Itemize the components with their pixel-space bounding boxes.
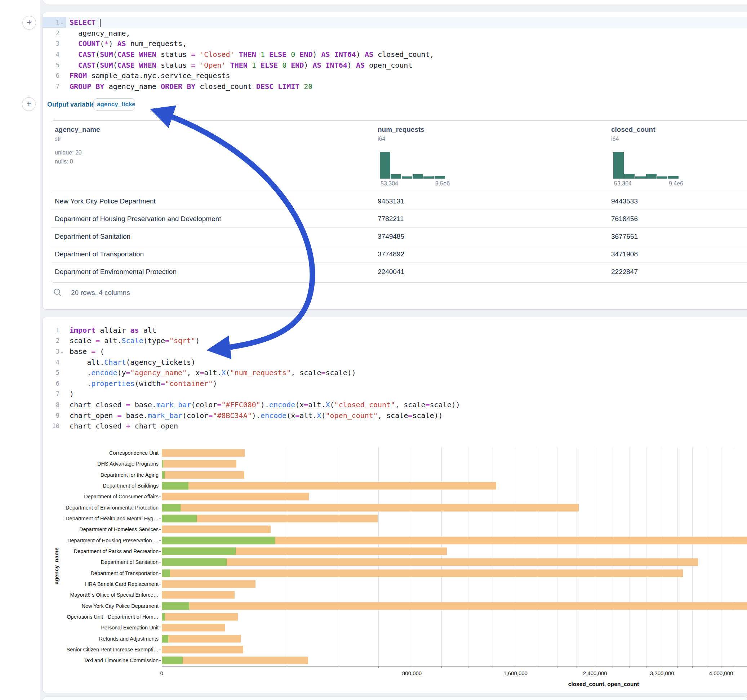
y-axis-label: Mayorâ€ s Office of Special Enforce…: [70, 592, 159, 598]
gridline: [412, 448, 412, 666]
text-cursor: [100, 19, 101, 27]
bar-closed_count[interactable]: [162, 460, 236, 468]
histogram-bar: [657, 177, 667, 179]
add-cell-button-top[interactable]: +: [22, 16, 36, 30]
bar-open_count[interactable]: [162, 504, 180, 511]
bar-closed_count[interactable]: [162, 569, 683, 577]
y-axis-label: Refunds and Adjustments: [99, 636, 159, 642]
y-axis-label: Department of Housing Preservation …: [67, 538, 159, 543]
gridline: [595, 448, 595, 666]
histogram-bar: [624, 174, 635, 179]
bar-closed_count[interactable]: [162, 602, 747, 609]
bar-closed_count[interactable]: [162, 624, 225, 632]
bar-open_count[interactable]: [162, 569, 170, 577]
bar-closed_count[interactable]: [162, 504, 579, 511]
code-line[interactable]: 1⌄SELECT: [43, 17, 747, 28]
y-tick: [159, 562, 161, 563]
add-cell-button-middle[interactable]: +: [22, 97, 36, 111]
bar-open_count[interactable]: [162, 471, 165, 478]
code-line[interactable]: 8chart_closed = base.mark_bar(color="#FF…: [43, 399, 747, 410]
code-text: .properties(width="container"): [66, 379, 217, 388]
collapse-chevron-icon[interactable]: ⌄: [59, 20, 66, 25]
table-row: Department of Sanitation37494853677651: [51, 227, 747, 245]
bar-closed_count[interactable]: [162, 635, 241, 643]
code-line[interactable]: 9chart_open = base.mark_bar(color="#8BC3…: [43, 410, 747, 421]
line-number: 7: [43, 81, 59, 92]
bar-open_count[interactable]: [162, 558, 227, 566]
gridline: [442, 448, 442, 666]
histogram-bar: [402, 177, 412, 179]
x-axis-label: 3,200,000: [650, 670, 674, 676]
code-line[interactable]: 6 .properties(width="container"): [43, 378, 747, 389]
code-line[interactable]: 6FROM sample_data.nyc.service_requests: [43, 70, 747, 81]
table-cell: 3749485: [378, 228, 404, 245]
histogram-bar: [423, 177, 434, 179]
column-header[interactable]: agency_name: [55, 126, 100, 134]
gridline: [339, 448, 339, 666]
code-line[interactable]: 7): [43, 389, 747, 400]
bar-closed_count[interactable]: [162, 493, 309, 501]
table-row: New York City Police Department945313194…: [51, 192, 747, 210]
sql-code-editor[interactable]: 1⌄SELECT 2 agency_name,3 COUNT(*) AS num…: [43, 17, 747, 92]
column-header[interactable]: num_requests: [378, 126, 425, 134]
code-text: ): [66, 389, 74, 398]
x-axis-label: 1,600,000: [504, 670, 528, 676]
code-line[interactable]: 2scale = alt.Scale(type="sqrt"): [43, 336, 747, 346]
code-line[interactable]: 10chart_closed + chart_open: [43, 421, 747, 431]
bar-open_count[interactable]: [162, 548, 236, 555]
bar-open_count[interactable]: [162, 482, 189, 490]
bar-open_count[interactable]: [162, 602, 189, 609]
code-line[interactable]: 4 CAST(SUM(CASE WHEN status = 'Closed' T…: [43, 49, 747, 60]
histogram-max-label: 9.4e6: [669, 180, 683, 187]
table-cell: Department of Sanitation: [55, 228, 130, 245]
bar-closed_count[interactable]: [162, 471, 244, 478]
code-line[interactable]: 4 alt.Chart(agency_tickets): [43, 357, 747, 368]
column-histogram[interactable]: [380, 152, 445, 179]
column-type: i64: [378, 136, 385, 142]
search-icon[interactable]: [53, 288, 62, 297]
code-line[interactable]: 5 CAST(SUM(CASE WHEN status = 'Open' THE…: [43, 60, 747, 71]
code-text: CAST(SUM(CASE WHEN status = 'Open' THEN …: [66, 61, 412, 69]
code-line[interactable]: 1import altair as alt: [43, 325, 747, 336]
bar-open_count[interactable]: [162, 537, 275, 544]
bar-closed_count[interactable]: [162, 613, 238, 621]
gridline: [612, 448, 613, 666]
histogram-bar: [646, 174, 656, 179]
bar-closed_count[interactable]: [162, 450, 245, 457]
bar-closed_count[interactable]: [162, 591, 234, 599]
bar-closed_count[interactable]: [162, 558, 698, 566]
collapse-chevron-icon[interactable]: ⌄: [59, 349, 66, 354]
code-line[interactable]: 3⌄base = (: [43, 346, 747, 357]
gridline: [735, 448, 735, 666]
y-axis-label: Department for the Aging: [101, 472, 159, 478]
bar-closed_count[interactable]: [162, 482, 496, 490]
histogram-max-label: 9.5e6: [435, 180, 450, 187]
bar-open_count[interactable]: [162, 613, 165, 621]
bar-open_count[interactable]: [162, 515, 197, 522]
line-number: 3: [43, 38, 59, 49]
histogram-bar: [635, 177, 646, 179]
bar-closed_count[interactable]: [162, 646, 243, 653]
y-tick: [159, 453, 161, 453]
bar-closed_count[interactable]: [162, 581, 256, 588]
code-line[interactable]: 7GROUP BY agency_name ORDER BY closed_co…: [43, 81, 747, 92]
bar-open_count[interactable]: [162, 657, 183, 664]
y-axis-title: agency_name: [53, 547, 60, 584]
code-text: alt.Chart(agency_tickets): [66, 358, 195, 367]
bar-open_count[interactable]: [162, 635, 168, 643]
table-cell: 3774892: [378, 245, 404, 263]
code-text: COUNT(*) AS num_requests,: [66, 39, 187, 48]
python-code-editor[interactable]: 1import altair as alt2scale = alt.Scale(…: [43, 325, 747, 431]
code-line[interactable]: 5 .encode(y="agency_name", x=alt.X("num_…: [43, 367, 747, 378]
y-tick: [159, 464, 161, 464]
bar-closed_count[interactable]: [162, 657, 308, 664]
column-histogram[interactable]: [613, 152, 679, 179]
output-variable-pill[interactable]: agency_tickets: [93, 98, 135, 110]
code-line[interactable]: 3 COUNT(*) AS num_requests,: [43, 38, 747, 49]
bar-open_count[interactable]: [162, 460, 163, 468]
code-text: import altair as alt: [66, 326, 156, 335]
column-header[interactable]: closed_count: [611, 126, 655, 134]
gridline: [468, 448, 469, 666]
code-line[interactable]: 2 agency_name,: [43, 28, 747, 39]
bar-closed_count[interactable]: [162, 526, 271, 533]
